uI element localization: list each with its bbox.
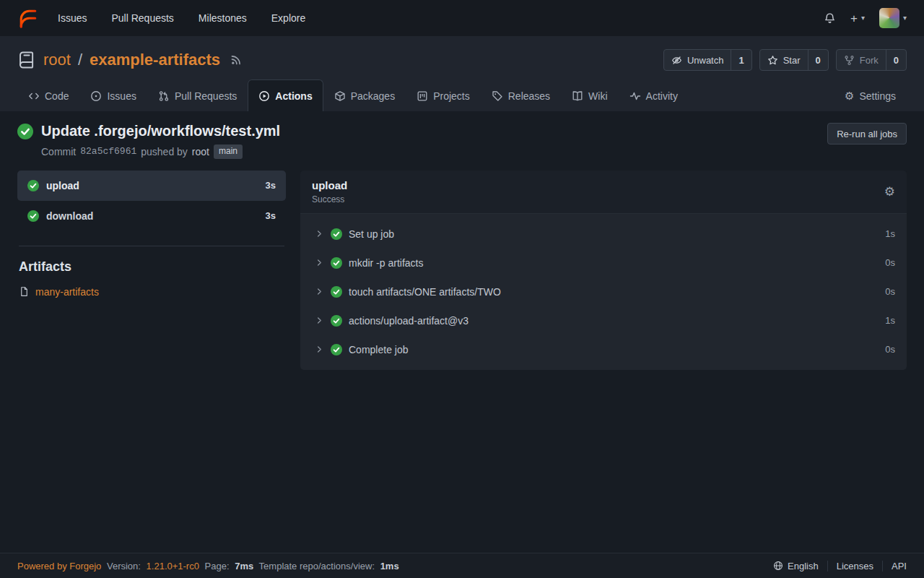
repo-name-link[interactable]: example-artifacts (90, 51, 220, 69)
nav-item-explore[interactable]: Explore (271, 12, 305, 24)
step-touch-artifacts[interactable]: touch artifacts/ONE artifacts/TWO 0s (300, 277, 907, 306)
tab-settings[interactable]: ⚙ Settings (834, 79, 907, 111)
step-duration: 1s (885, 315, 895, 326)
tab-pull-requests[interactable]: Pull Requests (147, 79, 248, 111)
tab-activity[interactable]: Activity (619, 79, 689, 111)
chevron-down-icon: ▾ (861, 14, 865, 22)
file-icon (19, 286, 30, 297)
forgejo-logo[interactable] (17, 7, 39, 29)
rerun-all-jobs-button[interactable]: Re-run all jobs (827, 123, 907, 144)
step-complete-job[interactable]: Complete job 0s (300, 335, 907, 364)
rss-icon[interactable] (230, 54, 242, 66)
job-detail-name: upload (312, 179, 347, 191)
step-success-check-icon (331, 286, 342, 298)
star-label: Star (783, 55, 801, 66)
tab-code[interactable]: Code (17, 79, 79, 111)
commit-sha-link[interactable]: 82a5cf6961 (80, 146, 136, 157)
divider (19, 246, 284, 246)
repo-owner-link[interactable]: root (43, 51, 71, 69)
page-time-label: Page: (205, 561, 230, 571)
fork-label: Fork (860, 55, 879, 66)
create-new-menu[interactable]: + ▾ (850, 12, 865, 25)
nav-item-issues[interactable]: Issues (58, 12, 87, 24)
version-link[interactable]: 1.21.0+1-rc0 (147, 561, 199, 571)
step-upload-artifact-action[interactable]: actions/upload-artifact@v3 1s (300, 306, 907, 335)
step-duration: 0s (885, 344, 895, 355)
project-board-icon (417, 90, 428, 102)
play-circle-icon (258, 90, 270, 102)
repo-separator: / (78, 51, 82, 69)
eye-slash-icon (671, 55, 682, 66)
step-duration: 1s (885, 228, 895, 239)
step-mkdir-artifacts[interactable]: mkdir -p artifacts 0s (300, 249, 907, 277)
licenses-link[interactable]: Licenses (827, 561, 882, 571)
watchers-count[interactable]: 1 (731, 50, 751, 70)
top-navbar: Issues Pull Requests Milestones Explore … (0, 0, 924, 36)
powered-by-link[interactable]: Powered by Forgejo (17, 561, 101, 571)
job-detail-header: upload Success ⚙ (300, 171, 907, 214)
package-icon (334, 90, 346, 102)
job-steps-list: Set up job 1s mkdir -p artifacts 0s touc… (300, 214, 907, 370)
gear-icon[interactable]: ⚙ (884, 186, 895, 198)
unwatch-label: Unwatch (687, 55, 724, 66)
code-icon (28, 90, 40, 102)
tab-issues[interactable]: Issues (79, 79, 147, 111)
unwatch-button[interactable]: Unwatch 1 (663, 49, 752, 71)
branch-badge[interactable]: main (214, 144, 243, 159)
step-set-up-job[interactable]: Set up job 1s (300, 220, 907, 249)
star-button-main[interactable]: Star (760, 50, 808, 70)
step-duration: 0s (885, 286, 895, 297)
run-success-check-icon (17, 124, 33, 139)
job-item-upload[interactable]: upload 3s (17, 171, 286, 201)
template-time-value: 1ms (380, 561, 399, 571)
tab-releases[interactable]: Releases (481, 79, 561, 111)
forgejo-logo-icon (17, 7, 39, 29)
template-time-label: Template repo/actions/view: (259, 561, 375, 571)
fork-button-main[interactable]: Fork (837, 50, 886, 70)
footer-info: Powered by Forgejo Version: 1.21.0+1-rc0… (17, 561, 402, 571)
chevron-right-icon (315, 345, 324, 354)
nav-item-milestones[interactable]: Milestones (199, 12, 247, 24)
chevron-down-icon: ▾ (903, 14, 907, 22)
repo-title-row: root / example-artifacts Unwatch 1 (17, 49, 907, 71)
commit-label: Commit (41, 146, 76, 158)
repo-tabs: Code Issues Pull Requests Actions P (17, 79, 907, 111)
tag-icon (492, 90, 503, 102)
gear-icon: ⚙ (845, 90, 854, 101)
notifications-bell-icon[interactable] (824, 12, 836, 25)
chevron-right-icon (315, 258, 324, 267)
tabs-spacer (689, 79, 834, 111)
language-selector[interactable]: English (764, 561, 827, 571)
stars-count[interactable]: 0 (808, 50, 828, 70)
nav-item-pull-requests[interactable]: Pull Requests (111, 12, 173, 24)
page-footer: Powered by Forgejo Version: 1.21.0+1-rc0… (0, 553, 924, 578)
run-header: Update .forgejo/workflows/test.yml Commi… (17, 123, 907, 159)
job-success-check-icon (27, 210, 39, 222)
navbar-right: + ▾ ▾ (824, 8, 907, 28)
tab-projects[interactable]: Projects (406, 79, 481, 111)
user-menu[interactable]: ▾ (879, 8, 907, 28)
globe-icon (773, 561, 783, 571)
pull-request-icon (158, 90, 170, 102)
forks-count[interactable]: 0 (886, 50, 906, 70)
api-link[interactable]: API (882, 561, 907, 571)
job-duration: 3s (266, 180, 276, 191)
tab-actions[interactable]: Actions (248, 79, 323, 111)
repo-header: root / example-artifacts Unwatch 1 (0, 36, 924, 111)
job-success-check-icon (27, 180, 39, 191)
pushed-by-label: pushed by (141, 146, 188, 158)
job-detail-panel: upload Success ⚙ Set up job 1s mkdir -p … (300, 171, 907, 370)
job-item-download[interactable]: download 3s (17, 201, 286, 231)
jobs-sidebar: upload 3s download 3s Artifacts many-art… (17, 171, 286, 298)
star-button[interactable]: Star 0 (759, 49, 829, 71)
fork-button[interactable]: Fork 0 (836, 49, 907, 71)
footer-links: English Licenses API (764, 561, 907, 571)
job-status: Success (312, 194, 347, 204)
tab-packages[interactable]: Packages (323, 79, 406, 111)
tab-wiki[interactable]: Wiki (561, 79, 618, 111)
artifact-download-link[interactable]: many-artifacts (35, 286, 99, 298)
book-icon (572, 90, 583, 102)
pulse-icon (629, 90, 641, 102)
chevron-right-icon (315, 316, 324, 325)
unwatch-button-main[interactable]: Unwatch (664, 50, 731, 70)
